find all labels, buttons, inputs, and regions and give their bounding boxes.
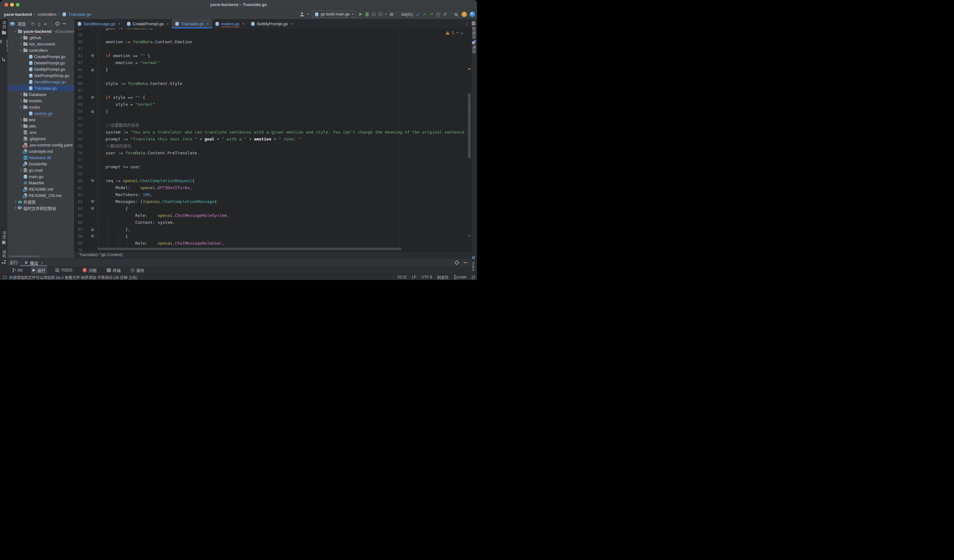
minimize-panel-icon[interactable] bbox=[464, 262, 467, 263]
toolwindow-services[interactable]: 服务 bbox=[129, 267, 146, 274]
fold-marker-icon[interactable] bbox=[91, 207, 94, 210]
run-button[interactable] bbox=[359, 12, 362, 16]
tree-item-CreatePrompt.go[interactable]: CreatePrompt.go bbox=[8, 53, 74, 60]
close-tab-icon[interactable]: × bbox=[118, 22, 120, 26]
gear-icon[interactable] bbox=[455, 261, 459, 264]
tree-chevron-icon[interactable] bbox=[18, 93, 23, 95]
toolwindow-todo[interactable]: TODO bbox=[53, 268, 74, 273]
rollback-icon[interactable]: ↺ bbox=[443, 12, 447, 16]
code-line[interactable]: //翻译的语句 bbox=[96, 143, 131, 149]
code-line[interactable]: if style == "" { bbox=[96, 94, 145, 101]
tree-item-README.md[interactable]: README.md bbox=[8, 186, 74, 192]
tree-item-Api_document[interactable]: Api_document bbox=[8, 41, 74, 47]
code-line[interactable]: //设置翻译的身份 bbox=[96, 122, 139, 129]
line-ending[interactable]: LF bbox=[412, 275, 416, 279]
tree-item-外部库[interactable]: 外部库 bbox=[8, 199, 74, 205]
code-line[interactable]: emotion = "normal" bbox=[96, 59, 160, 66]
code-line[interactable]: goal := formData.To bbox=[96, 28, 153, 31]
code-line[interactable]: style := formData.Content.Style bbox=[96, 80, 182, 87]
tree-item-go.mod[interactable]: go.mod bbox=[8, 167, 74, 173]
editor-context-breadcrumb[interactable]: Translate(c *gin.Context) bbox=[74, 251, 472, 258]
code-area[interactable]: goal := formData.Toemotion := formData.C… bbox=[96, 28, 472, 251]
search-icon[interactable] bbox=[455, 13, 457, 16]
history-icon[interactable] bbox=[436, 12, 440, 16]
code-line[interactable]: style = "normal" bbox=[96, 101, 155, 108]
tab-CreatePrompt.go[interactable]: CreatePrompt.go× bbox=[123, 19, 172, 28]
debug-button[interactable] bbox=[365, 12, 369, 16]
tree-chevron-icon[interactable] bbox=[12, 31, 17, 32]
sidebar-item-project[interactable]: 项目 bbox=[0, 19, 8, 37]
code-line[interactable]: MaxTokens: 100, bbox=[96, 191, 153, 198]
tree-item-README_CN.md[interactable]: README_CN.md bbox=[8, 192, 74, 199]
status-event-icon[interactable] bbox=[3, 276, 7, 279]
error-stripe-mark[interactable] bbox=[468, 235, 470, 236]
error-stripe-warning-mark[interactable] bbox=[468, 68, 470, 70]
tree-item-yacw-backend[interactable]: yacw-backend~/Documen bbox=[8, 28, 74, 34]
breadcrumb-folder[interactable]: controllers bbox=[37, 12, 56, 17]
chevron-down-icon[interactable] bbox=[460, 31, 463, 34]
git-push-icon[interactable]: ↗ bbox=[430, 12, 433, 16]
close-tab-icon[interactable]: × bbox=[242, 22, 245, 26]
vertical-scrollbar[interactable] bbox=[468, 93, 471, 158]
code-line[interactable]: } bbox=[96, 108, 108, 115]
chevron-down-icon[interactable] bbox=[385, 14, 387, 15]
toolwindow-git[interactable]: Git bbox=[10, 268, 24, 273]
tree-chevron-icon[interactable] bbox=[18, 125, 23, 127]
code-line[interactable]: req := openai.ChatCompletionRequest{ bbox=[96, 177, 195, 184]
status-message[interactable]: 外部添加的文件可以添加到 Git // 查看文件 始终添加 不再询问 (30 分… bbox=[9, 275, 137, 280]
tree-item-database.db[interactable]: database.db bbox=[8, 154, 74, 161]
tree-chevron-icon[interactable] bbox=[18, 50, 23, 51]
fold-marker-icon[interactable] bbox=[91, 235, 94, 238]
indent-style[interactable]: 制表符 bbox=[437, 275, 449, 280]
fold-marker-icon[interactable] bbox=[91, 96, 94, 99]
fold-marker-icon[interactable] bbox=[91, 54, 94, 58]
code-line[interactable]: Content: system, bbox=[96, 219, 175, 226]
more-tabs-icon[interactable]: ⋮ bbox=[465, 19, 469, 28]
tree-item-controllers[interactable]: controllers bbox=[8, 47, 74, 53]
chevron-down-icon[interactable] bbox=[307, 14, 309, 15]
sidebar-item-pull-requests[interactable]: 拉取请求 bbox=[0, 40, 8, 61]
git-update-icon[interactable]: ↙ bbox=[416, 12, 420, 16]
tree-chevron-icon[interactable] bbox=[18, 169, 23, 171]
tab-SendMessage.go[interactable]: SendMessage.go× bbox=[74, 19, 123, 28]
tree-chevron-icon[interactable] bbox=[18, 100, 23, 102]
code-line[interactable]: } bbox=[96, 66, 108, 73]
tree-item-.github[interactable]: .github bbox=[8, 34, 74, 41]
toolwindow-run[interactable]: 运行 bbox=[31, 267, 47, 274]
sidebar-item-bookmarks[interactable]: 书签 bbox=[0, 231, 8, 250]
tree-chevron-icon[interactable] bbox=[18, 107, 23, 107]
close-tab-icon[interactable]: × bbox=[290, 22, 293, 26]
inspections-widget[interactable]: 1 bbox=[446, 31, 463, 35]
fold-marker-icon[interactable] bbox=[91, 68, 94, 72]
run-configuration-select[interactable]: go build main.go bbox=[312, 11, 356, 18]
unlocked-icon[interactable] bbox=[472, 277, 474, 279]
tab-routers.go[interactable]: routers.go× bbox=[212, 19, 248, 28]
tree-item-临时文件和控制台[interactable]: 临时文件和控制台 bbox=[8, 205, 74, 211]
tree-item-SendMessage.go[interactable]: SendMessage.go bbox=[8, 79, 74, 85]
toolwindow-terminal[interactable]: 终端 bbox=[105, 267, 123, 274]
file-encoding[interactable]: UTF-8 bbox=[421, 275, 432, 279]
tree-item-utils[interactable]: utils bbox=[8, 123, 74, 129]
code-line[interactable]: user := formData.Content.PreTranslate bbox=[96, 149, 197, 157]
close-tab-icon[interactable]: × bbox=[167, 22, 169, 26]
code-line[interactable]: }, bbox=[96, 226, 131, 233]
tree-item-.env[interactable]: .env bbox=[8, 129, 74, 135]
code-line[interactable]: { bbox=[96, 205, 128, 212]
tree-item-codestyle.md[interactable]: codestyle.md bbox=[8, 148, 74, 154]
tree-item-GetMyPrompt.go[interactable]: GetMyPrompt.go bbox=[8, 66, 74, 72]
code-line[interactable]: Role: openai.ChatMessageRoleUser, bbox=[96, 240, 224, 247]
close-icon[interactable]: × bbox=[41, 260, 44, 265]
code-line[interactable]: if emotion == "" { bbox=[96, 52, 150, 59]
code-line[interactable]: system := "You are a translator who can … bbox=[96, 129, 464, 136]
fold-marker-icon[interactable] bbox=[91, 228, 94, 231]
tree-item-test[interactable]: test bbox=[8, 117, 74, 123]
stop-button[interactable] bbox=[390, 12, 393, 16]
sidebar-item-structure[interactable]: 结构 bbox=[0, 250, 8, 269]
tree-item-.gitignore[interactable]: .gitignore bbox=[8, 135, 74, 142]
fold-marker-icon[interactable] bbox=[91, 179, 94, 182]
tree-item-routers.go[interactable]: routers.go bbox=[8, 110, 74, 117]
tree-item-DeletePrompt.go[interactable]: DeletePrompt.go bbox=[8, 60, 74, 66]
tree-chevron-icon[interactable] bbox=[12, 207, 17, 209]
fold-marker-icon[interactable] bbox=[91, 110, 94, 113]
breadcrumb-file[interactable]: Translate.go bbox=[69, 12, 91, 17]
